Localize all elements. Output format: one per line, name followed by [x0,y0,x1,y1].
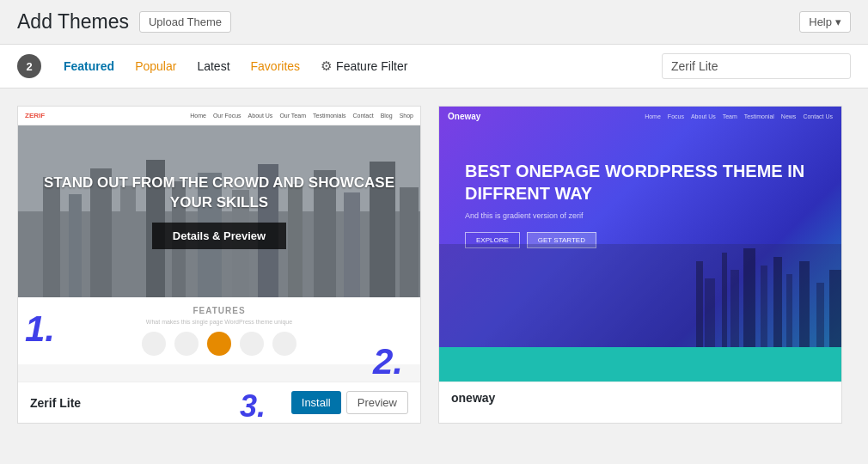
theme-name-oneway: oneway [451,391,495,405]
zerif-circle-5 [272,332,296,356]
theme-actions-zerif: Install Preview [291,391,408,414]
zerif-circles [27,332,412,356]
theme-card-zerif-lite[interactable]: ZERIF Home Our Focus About Us Our Team T… [17,106,421,424]
theme-name-zerif: Zerif Lite [30,396,81,410]
zerif-circle-4 [240,332,264,356]
oneway-hero-sub: And this is gradient version of zerif [465,211,816,220]
preview-button-zerif[interactable]: Preview [346,391,408,414]
svg-rect-22 [761,266,767,347]
svg-rect-24 [786,274,792,347]
header-left: Add Themes Upload Theme [17,10,231,34]
page-title: Add Themes [17,10,129,34]
filter-badge: 2 [17,54,41,78]
zerif-details-btn[interactable]: Details & Preview [152,223,286,249]
svg-rect-21 [743,248,755,347]
help-label: Help [809,15,832,28]
zerif-circle-3 [207,332,231,356]
svg-rect-19 [722,253,727,347]
page-header: Add Themes Upload Theme Help ▾ [0,0,868,44]
oneway-logo: Oneway [448,112,480,121]
svg-rect-23 [773,257,782,347]
nav-item-latest[interactable]: Latest [188,54,238,78]
number-3-overlay: 3. [240,388,266,424]
nav-item-featured[interactable]: Featured [55,54,123,78]
theme-screenshot-zerif: ZERIF Home Our Focus About Us Our Team T… [18,107,420,382]
zerif-features-section: FEATURES What makes this single page Wor… [18,297,420,364]
zerif-circle-2 [174,332,199,356]
upload-theme-button[interactable]: Upload Theme [139,11,231,33]
theme-card-oneway[interactable]: Oneway Home Focus About Us Team Testimon… [438,106,842,424]
nav-item-favorites[interactable]: Favorites [242,54,309,78]
svg-rect-20 [730,270,739,347]
zerif-nav: ZERIF Home Our Focus About Us Our Team T… [18,107,420,125]
install-button-zerif[interactable]: Install [291,391,341,414]
oneway-nav: Oneway Home Focus About Us Team Testimon… [439,107,841,125]
zerif-hero-title: STAND OUT FROM THE CROWD AND SHOWCASE YO… [35,174,403,211]
nav-item-feature-filter[interactable]: ⚙ Feature Filter [312,53,416,79]
svg-rect-18 [705,278,715,347]
themes-grid: ZERIF Home Our Focus About Us Our Team T… [0,89,868,441]
oneway-hero-title: BEST ONEPAGE WORDPRESS THEME IN DIFFRENT… [465,160,816,205]
filter-bar: 2 Featured Popular Latest Favorites ⚙ Fe… [0,44,868,89]
number-2-overlay: 2. [373,344,403,380]
chevron-down-icon: ▾ [835,15,841,28]
gear-icon: ⚙ [321,58,332,74]
nav-item-popular[interactable]: Popular [126,54,185,78]
oneway-bg: Oneway Home Focus About Us Team Testimon… [439,107,841,382]
theme-card-footer-oneway: oneway [439,382,841,413]
help-button[interactable]: Help ▾ [799,11,851,33]
filter-nav: Featured Popular Latest Favorites ⚙ Feat… [55,53,662,79]
svg-rect-17 [696,261,703,347]
zerif-circle-1 [142,332,166,356]
svg-rect-27 [829,270,841,347]
svg-rect-25 [799,261,810,347]
feature-filter-label: Feature Filter [336,59,407,73]
number-1-overlay: 1. [25,311,55,347]
zerif-bg: ZERIF Home Our Focus About Us Our Team T… [18,107,420,382]
zerif-hero: STAND OUT FROM THE CROWD AND SHOWCASE YO… [18,125,420,297]
oneway-teal-bar [439,347,841,382]
svg-rect-26 [816,283,824,347]
zerif-features-sub: What makes this single page WordPress th… [27,319,412,325]
zerif-hero-content: STAND OUT FROM THE CROWD AND SHOWCASE YO… [18,174,420,248]
zerif-features-title: FEATURES [27,306,412,315]
theme-card-footer-zerif: 3. Zerif Lite Install Preview [18,382,420,423]
search-input[interactable] [662,53,851,79]
theme-screenshot-oneway: Oneway Home Focus About Us Team Testimon… [439,107,841,382]
zerif-logo: ZERIF [25,112,45,119]
